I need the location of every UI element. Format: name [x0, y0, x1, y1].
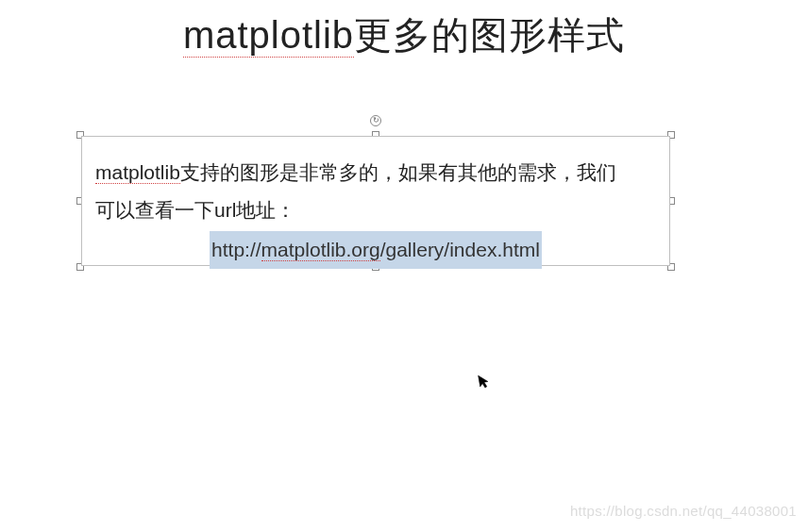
text-line-2: 可以查看一下url地址：	[95, 191, 656, 229]
text-line2-part2: 地址：	[236, 199, 295, 221]
textbox-container[interactable]: ↻ matplotlib支持的图形是非常多的，如果有其他的需求，我们 可以查看一…	[81, 136, 670, 266]
watermark: https://blog.csdn.net/qq_44038001	[570, 503, 797, 519]
text-line2-part1: 可以查看一下	[95, 199, 214, 221]
rotate-handle-icon[interactable]: ↻	[370, 115, 381, 126]
textbox-content[interactable]: matplotlib支持的图形是非常多的，如果有其他的需求，我们 可以查看一下u…	[95, 154, 656, 269]
text-line1-rest: 支持的图形是非常多的，如果有其他的需求，我们	[180, 161, 616, 183]
text-word-url: url	[214, 199, 236, 221]
title-word: matplotlib	[183, 14, 354, 58]
text-word-matplotlib: matplotlib	[95, 161, 180, 184]
url-domain: matplotlib.org	[261, 239, 380, 261]
url-text[interactable]: http://matplotlib.org/gallery/index.html	[210, 231, 542, 269]
url-path: /gallery/index.html	[380, 239, 540, 260]
url-prefix: http://	[211, 239, 261, 260]
textbox[interactable]: matplotlib支持的图形是非常多的，如果有其他的需求，我们 可以查看一下u…	[81, 136, 670, 266]
url-line: http://matplotlib.org/gallery/index.html	[95, 231, 656, 269]
text-line-1: matplotlib支持的图形是非常多的，如果有其他的需求，我们	[95, 154, 656, 191]
title-rest: 更多的图形样式	[354, 14, 625, 56]
mouse-cursor-icon	[477, 373, 493, 392]
slide-title: matplotlib更多的图形样式	[0, 9, 808, 61]
